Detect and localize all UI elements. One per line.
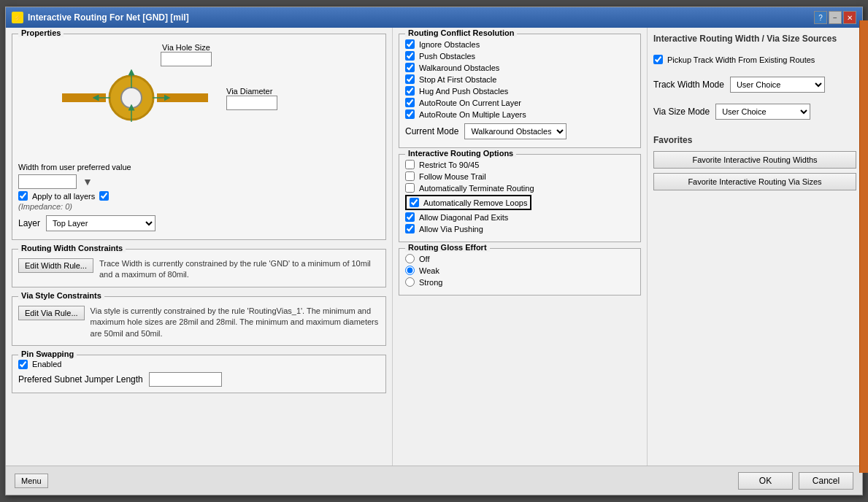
- follow-mouse-checkbox[interactable]: [405, 171, 415, 181]
- impedance-text: (Impedance: 0): [18, 202, 380, 211]
- width-row: 50mil ▼: [18, 174, 380, 189]
- ignore-obstacles-row: Ignore Obstacles: [405, 39, 634, 49]
- right-panel: Interactive Routing Width / Via Size Sou…: [647, 28, 862, 466]
- hug-push-row: Hug And Push Obstacles: [405, 86, 634, 96]
- window-title: Interactive Routing For Net [GND] [mil]: [28, 12, 189, 23]
- allow-diagonal-label: Allow Diagonal Pad Exits: [419, 213, 508, 222]
- routing-width-constraint-row: Edit Width Rule... Trace Width is curren…: [18, 258, 380, 281]
- autoroute-multiple-label: AutoRoute On Multiple Layers: [419, 110, 526, 119]
- autoroute-current-checkbox[interactable]: [405, 98, 415, 107]
- via-diameter-label: Via Diameter 50mil: [226, 87, 277, 110]
- fav-widths-button[interactable]: Favorite Interactive Routing Widths: [653, 151, 856, 169]
- properties-title: Properties: [18, 28, 64, 37]
- pin-swap-enabled-checkbox[interactable]: [18, 360, 28, 369]
- push-obstacles-row: Push Obstacles: [405, 51, 634, 61]
- current-mode-select[interactable]: Walkaround Obstacles Push Obstacles Igno…: [464, 123, 566, 139]
- footer-right: OK Cancel: [738, 472, 853, 490]
- auto-remove-loops-highlight: Automatically Remove Loops: [405, 195, 531, 210]
- width-label: Width from user preferred value: [18, 163, 380, 171]
- close-button[interactable]: ✕: [843, 11, 856, 24]
- gloss-weak-row: Weak: [405, 266, 634, 275]
- left-panel: Properties Via Hole Size 28mil: [6, 28, 393, 466]
- track-width-mode-row: Track Width Mode User Choice Rule Prefer…: [653, 77, 856, 93]
- width-dropdown-arrow[interactable]: ▼: [82, 176, 93, 188]
- allow-diagonal-checkbox[interactable]: [405, 212, 415, 222]
- favorites-buttons: Favorite Interactive Routing Widths Favo…: [653, 151, 856, 190]
- auto-terminate-checkbox[interactable]: [405, 183, 415, 193]
- jumper-label: Prefered Subnet Jumper Length: [18, 374, 143, 385]
- via-size-mode-row: Via Size Mode User Choice Rule Preferred…: [653, 104, 856, 120]
- allow-via-pushing-checkbox[interactable]: [405, 224, 415, 233]
- hug-push-checkbox[interactable]: [405, 86, 415, 96]
- apply-all-layers-checkbox[interactable]: [18, 191, 28, 201]
- via-style-constraint-row: Edit Via Rule... Via style is currently …: [18, 306, 380, 339]
- autoroute-current-label: AutoRoute On Current Layer: [419, 99, 521, 107]
- layer-row: Layer Top Layer Bottom Layer Mid-Layer 1: [18, 215, 380, 231]
- restrict-90-label: Restrict To 90/45: [419, 161, 479, 169]
- via-diameter-input[interactable]: 50mil: [226, 96, 277, 110]
- gloss-weak-label: Weak: [419, 266, 439, 275]
- allow-via-pushing-row: Allow Via Pushing: [405, 224, 634, 233]
- auto-remove-loops-label: Automatically Remove Loops: [423, 198, 527, 207]
- autoroute-multiple-checkbox[interactable]: [405, 109, 415, 119]
- auto-remove-loops-checkbox[interactable]: [410, 198, 419, 207]
- cancel-button[interactable]: Cancel: [799, 472, 853, 490]
- stop-at-first-label: Stop At First Obstacle: [419, 75, 496, 84]
- apply-checkbox2[interactable]: [99, 191, 109, 201]
- menu-button[interactable]: Menu: [15, 474, 48, 488]
- apply-row: Apply to all layers: [18, 191, 380, 201]
- push-obstacles-checkbox[interactable]: [405, 51, 415, 61]
- app-icon: ⚡: [12, 12, 23, 23]
- interactive-routing-title: Interactive Routing Width / Via Size Sou…: [653, 34, 856, 44]
- stop-at-first-checkbox[interactable]: [405, 74, 415, 84]
- help-button[interactable]: ?: [814, 11, 827, 24]
- apply-label: Apply to all layers: [32, 192, 95, 201]
- walkaround-obstacles-checkbox[interactable]: [405, 63, 415, 72]
- gloss-off-row: Off: [405, 254, 634, 263]
- right-scrollbar: [859, 20, 868, 473]
- title-bar-left: ⚡ Interactive Routing For Net [GND] [mil…: [12, 12, 189, 23]
- via-size-mode-select[interactable]: User Choice Rule Preferred Interactive: [715, 104, 810, 120]
- pickup-track-label: Pickup Track Width From Existing Routes: [667, 55, 815, 64]
- title-buttons: ? − ✕: [814, 11, 856, 24]
- routing-options-group: Interactive Routing Options Restrict To …: [399, 154, 641, 242]
- edit-via-rule-button[interactable]: Edit Via Rule...: [18, 306, 85, 320]
- ok-button[interactable]: OK: [738, 472, 793, 490]
- via-style-title: Via Style Constraints: [18, 291, 104, 300]
- walkaround-obstacles-label: Walkaround Obstacles: [419, 63, 499, 72]
- favorites-title: Favorites: [653, 135, 856, 145]
- edit-width-rule-button[interactable]: Edit Width Rule...: [18, 258, 93, 273]
- minimize-button[interactable]: −: [829, 11, 842, 24]
- footer: Menu OK Cancel: [6, 466, 862, 495]
- via-diagram-container: Via Hole Size 28mil: [18, 43, 380, 160]
- ignore-obstacles-label: Ignore Obstacles: [419, 40, 480, 49]
- pickup-track-checkbox[interactable]: [653, 55, 663, 64]
- layer-select[interactable]: Top Layer Bottom Layer Mid-Layer 1: [46, 215, 155, 231]
- hug-push-label: Hug And Push Obstacles: [419, 87, 508, 96]
- routing-width-title: Routing Width Constraints: [18, 244, 126, 252]
- track-width-mode-select[interactable]: User Choice Rule Preferred Interactive: [730, 77, 825, 93]
- pickup-track-row: Pickup Track Width From Existing Routes: [653, 55, 856, 64]
- pin-swapping-group: Pin Swapping Enabled Prefered Subnet Jum…: [12, 355, 386, 393]
- gloss-weak-radio[interactable]: [405, 266, 415, 275]
- gloss-off-radio[interactable]: [405, 254, 415, 263]
- width-input[interactable]: 50mil: [18, 174, 77, 189]
- jumper-input[interactable]: 20mil: [149, 372, 222, 387]
- pin-swap-enabled-label: Enabled: [32, 360, 61, 368]
- fav-via-button[interactable]: Favorite Interactive Routing Via Sizes: [653, 173, 856, 190]
- walkaround-obstacles-row: Walkaround Obstacles: [405, 63, 634, 72]
- routing-width-constraints-group: Routing Width Constraints Edit Width Rul…: [12, 249, 386, 287]
- properties-group: Properties Via Hole Size 28mil: [12, 34, 386, 240]
- routing-conflict-group: Routing Conflict Resolution Ignore Obsta…: [399, 34, 641, 148]
- allow-diagonal-row: Allow Diagonal Pad Exits: [405, 212, 634, 222]
- routing-options-title: Interactive Routing Options: [405, 149, 516, 158]
- favorites-section: Favorites Favorite Interactive Routing W…: [653, 135, 856, 190]
- layer-label: Layer: [18, 218, 40, 228]
- follow-mouse-row: Follow Mouse Trail: [405, 171, 634, 181]
- track-width-mode-label: Track Width Mode: [653, 80, 724, 90]
- gloss-strong-radio[interactable]: [405, 277, 415, 287]
- auto-terminate-label: Automatically Terminate Routing: [419, 184, 534, 193]
- restrict-90-checkbox[interactable]: [405, 160, 415, 169]
- gloss-strong-row: Strong: [405, 277, 634, 287]
- ignore-obstacles-checkbox[interactable]: [405, 39, 415, 49]
